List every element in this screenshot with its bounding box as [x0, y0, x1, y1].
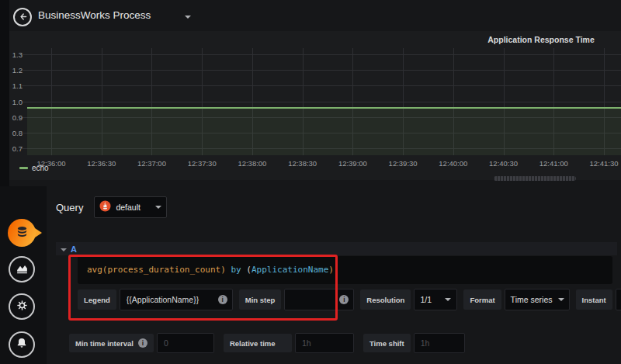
query-section-title: Query: [56, 202, 83, 213]
legend-format-label: Legend: [78, 289, 116, 310]
y-axis-tick-label: 1.1: [2, 81, 23, 90]
chart-icon: [16, 262, 29, 278]
instant-toggle[interactable]: [616, 289, 621, 310]
query-ref-id: A: [71, 244, 77, 254]
expr-token: avg(process_duration_count): [87, 265, 226, 275]
chart-plot-area: 1.31.21.11.00.90.80.712:36:0012:36:3012:…: [27, 48, 621, 155]
x-axis-tick-label: 12:38:30: [281, 159, 324, 168]
prometheus-icon: [99, 200, 111, 215]
x-axis-tick-label: 12:40:30: [482, 159, 526, 168]
back-arrow-icon: [19, 10, 27, 24]
series-line: [27, 107, 621, 109]
expr-token: ): [328, 265, 334, 275]
format-label: Format: [463, 289, 501, 310]
resolution-value: 1/1: [420, 295, 432, 304]
query-header-row: Query default: [56, 196, 167, 218]
relative-time-input[interactable]: [300, 338, 349, 348]
x-axis-tick-label: 12:37:00: [130, 159, 173, 168]
grafana-panel-editor: BusinessWorks Process Application Respon…: [0, 0, 621, 364]
panel-time-options-row: Min time interval Relative time Time shi…: [69, 333, 465, 353]
time-shift-label: Time shift: [363, 334, 411, 352]
min-time-interval-label: Min time interval: [69, 334, 154, 352]
min-time-interval-text: Min time interval: [75, 339, 134, 348]
tab-alert[interactable]: [9, 331, 35, 358]
tab-visualization[interactable]: [9, 256, 35, 283]
resolution-label: Resolution: [360, 289, 411, 310]
resolution-select[interactable]: 1/1: [414, 289, 457, 310]
min-step-label: Min step: [239, 289, 282, 310]
tab-queries[interactable]: [8, 219, 36, 247]
legend-item-echo[interactable]: echo: [19, 164, 49, 172]
x-axis-tick-label: 12:40:00: [432, 159, 475, 168]
info-icon[interactable]: [339, 295, 349, 304]
relative-time-label: Relative time: [224, 334, 292, 352]
chevron-down-icon[interactable]: [185, 16, 191, 19]
collapse-caret-icon: [61, 248, 67, 251]
legend-series-name: echo: [32, 164, 49, 172]
chevron-down-icon: [558, 298, 564, 301]
min-step-input-wrap: [284, 289, 354, 310]
graph-panel: Application Response Time 1.31.21.11.00.…: [9, 31, 621, 180]
y-axis-tick-label: 1.2: [2, 66, 23, 75]
dashboard-title[interactable]: BusinessWorks Process: [38, 9, 151, 21]
x-axis-tick-label: 12:41:30: [582, 159, 621, 168]
legend-format-input-wrap: [120, 289, 233, 310]
time-shift-input[interactable]: [419, 338, 460, 348]
relative-time-input-wrap: [295, 333, 354, 353]
min-time-interval-input-wrap: [157, 333, 214, 353]
promql-expression-text: avg(process_duration_count) by (Applicat…: [87, 265, 334, 275]
gridline-horizontal: [22, 70, 621, 71]
expr-token: by: [231, 265, 241, 275]
x-axis-tick-label: 12:41:00: [532, 159, 575, 168]
query-ref-row[interactable]: A: [56, 242, 617, 255]
chevron-down-icon: [155, 206, 161, 209]
back-button[interactable]: [13, 8, 32, 26]
info-icon[interactable]: [138, 338, 147, 348]
gridline-horizontal: [22, 85, 621, 86]
y-axis-tick-label: 0.8: [2, 129, 23, 137]
x-axis-tick-label: 12:37:30: [180, 159, 224, 168]
legend-format-input[interactable]: [125, 294, 218, 305]
expr-token: ApplicationName: [252, 265, 328, 275]
tab-general[interactable]: [9, 293, 35, 320]
y-axis-tick-label: 0.9: [2, 113, 23, 122]
x-axis-tick-label: 12:39:30: [381, 159, 425, 168]
datasource-picker[interactable]: default: [94, 196, 167, 218]
gridline-horizontal: [22, 54, 621, 55]
top-nav: BusinessWorks Process: [0, 0, 621, 31]
x-axis-tick-label: 12:39:00: [331, 159, 374, 168]
gear-wrench-icon: [16, 299, 29, 315]
series-color-dash: [19, 167, 28, 169]
bell-icon: [16, 337, 28, 352]
datasource-value: default: [116, 203, 151, 212]
format-value: Time series: [511, 295, 553, 304]
instant-label: Instant: [576, 289, 612, 310]
panel-title[interactable]: Application Response Time: [471, 35, 611, 44]
series-area-fill: [27, 108, 621, 155]
time-shift-input-wrap: [414, 333, 465, 353]
min-time-interval-input[interactable]: [162, 338, 209, 348]
database-icon: [15, 224, 29, 242]
min-step-input[interactable]: [290, 294, 339, 305]
panel-resize-handle[interactable]: [494, 176, 576, 181]
y-axis-tick-label: 1.0: [2, 98, 23, 106]
chevron-down-icon: [445, 298, 451, 301]
x-axis-tick-label: 12:38:00: [231, 159, 274, 168]
query-options-row: Legend Min step Resolution 1/1 Format Ti…: [78, 289, 621, 310]
y-axis-tick-label: 0.7: [2, 144, 23, 153]
expr-token: (: [241, 265, 252, 275]
x-axis-tick-label: 12:36:30: [80, 159, 123, 168]
gridline-horizontal: [22, 102, 621, 102]
info-icon[interactable]: [218, 295, 227, 304]
format-select[interactable]: Time series: [505, 289, 570, 310]
promql-expression-field[interactable]: avg(process_duration_count) by (Applicat…: [78, 256, 612, 284]
y-axis-tick-label: 1.3: [2, 50, 23, 59]
